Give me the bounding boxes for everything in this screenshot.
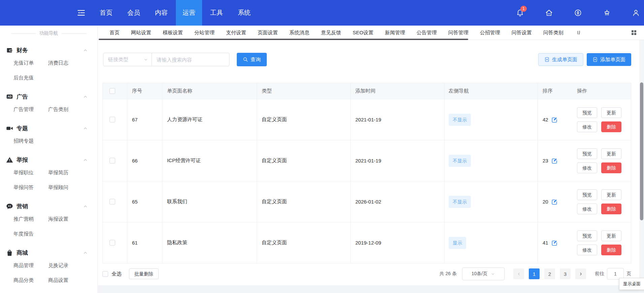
subnav-item[interactable]: 问答管理 [443,26,474,40]
select-all-header-checkbox[interactable] [109,88,115,94]
subnav-item[interactable]: 公招管理 [474,26,506,40]
sidebar-item[interactable]: 商品分类 [13,275,48,285]
update-button[interactable]: 更新 [601,230,621,241]
subnav-item[interactable]: 意见反馈 [315,26,347,40]
preview-button[interactable]: 预览 [577,107,597,118]
page-button[interactable]: 3 [560,268,571,279]
topbar-nav-item[interactable]: 运营 [176,0,202,26]
compass-button[interactable] [574,9,582,17]
row-checkbox[interactable] [109,158,115,163]
edit-button[interactable]: 修改 [577,245,597,255]
sidebar-item[interactable]: 商品设置 [48,275,97,285]
user-button[interactable] [632,9,640,17]
vertical-scrollbar-thumb[interactable] [640,82,643,220]
delete-button[interactable]: 删除 [601,162,621,173]
sidebar-item[interactable]: 充值订单 [13,58,48,68]
topbar-nav-item[interactable]: 系统 [231,0,257,26]
edit-sort-icon[interactable] [551,157,558,164]
page-button[interactable]: 1 [529,268,540,279]
update-button[interactable]: 更新 [601,189,621,200]
clear-cache-button[interactable] [603,9,611,17]
vertical-scrollbar[interactable] [639,40,644,293]
chevron-up-icon[interactable] [83,126,88,131]
topbar-nav-item[interactable]: 工具 [203,0,230,26]
row-checkbox[interactable] [109,117,115,122]
subnav-item[interactable]: 首页 [104,26,125,40]
subnav-item[interactable]: 问答类别 [538,26,569,40]
sidebar-section-header[interactable]: 财务 [0,45,97,55]
update-button[interactable]: 更新 [601,107,621,118]
sidebar-item[interactable]: 招聘专题 [13,136,48,146]
edit-button[interactable]: 修改 [577,204,597,214]
subnav-item[interactable]: 网站设置 [125,26,157,40]
sidebar-item[interactable]: 消费日志 [48,58,97,68]
sidebar-section-header[interactable]: 举报 [0,155,97,165]
sidebar-item[interactable]: 广告类别 [48,104,97,114]
sidebar-title-text: 功能导航 [39,30,58,36]
subnav-item[interactable]: 系统消息 [284,26,315,40]
link-type-select[interactable]: 链接类型 [103,53,152,66]
sidebar-item[interactable]: 举报简历 [48,168,97,178]
delete-button[interactable]: 删除 [601,245,621,255]
sidebar-section-header[interactable]: 营销 [0,201,97,211]
delete-button[interactable]: 删除 [601,121,621,132]
row-checkbox[interactable] [109,199,115,205]
menu-fold-icon[interactable] [77,8,86,17]
grid-menu-icon[interactable] [631,30,637,35]
chevron-up-icon[interactable] [83,157,88,162]
sidebar-item[interactable]: 商品管理 [13,260,48,270]
generate-page-button[interactable]: 生成单页面 [538,53,583,66]
next-page-button[interactable] [575,268,586,279]
subnav-item[interactable]: 页面设置 [252,26,284,40]
topbar-nav-item[interactable]: 首页 [93,0,119,26]
search-input[interactable] [152,53,229,66]
batch-delete-button[interactable]: 批量删除 [129,268,159,279]
preview-button[interactable]: 预览 [577,148,597,159]
preview-button[interactable]: 预览 [577,230,597,241]
edit-sort-icon[interactable] [551,116,558,123]
select-all-checkbox[interactable] [102,271,108,277]
chevron-up-icon[interactable] [83,48,88,53]
chevron-up-icon[interactable] [83,94,88,99]
subnav-item[interactable]: 支付设置 [220,26,252,40]
delete-button[interactable]: 删除 [601,204,621,214]
notifications-button[interactable]: 1 [516,9,524,17]
sidebar-item[interactable]: 广告管理 [13,104,48,114]
sidebar-item[interactable]: 举报顾问 [48,182,97,192]
subnav-item[interactable]: SEO设置 [347,26,379,40]
sidebar-section-header[interactable]: 专题 [0,123,97,133]
home-button[interactable] [545,9,553,17]
chevron-up-icon[interactable] [83,250,88,255]
sidebar-section-header[interactable]: 商城 [0,248,97,258]
sidebar-item[interactable]: 举报问答 [13,182,48,192]
select-all[interactable]: 全选 [102,271,122,277]
sidebar-item[interactable]: 后台充值 [13,73,48,83]
subnav-item-clipped[interactable] [577,30,581,35]
preview-button[interactable]: 预览 [577,189,597,200]
row-checkbox[interactable] [109,240,115,246]
edit-button[interactable]: 修改 [577,162,597,173]
page-size-select[interactable]: 10条/页 [462,267,505,280]
edit-sort-icon[interactable] [551,240,558,246]
add-page-button[interactable]: 添加单页面 [587,53,631,66]
sidebar-item[interactable]: 举报职位 [13,168,48,178]
update-button[interactable]: 更新 [601,148,621,159]
query-button[interactable]: 查询 [237,53,267,66]
sidebar-section-header[interactable]: AD 广告 [0,91,97,102]
subnav-item[interactable]: 问答设置 [506,26,538,40]
prev-page-button[interactable] [513,268,524,279]
topbar-nav-item[interactable]: 内容 [148,0,174,26]
subnav-item[interactable]: 公告管理 [411,26,443,40]
sidebar-item[interactable]: 年度报告 [13,229,48,239]
subnav-item[interactable]: 模板设置 [157,26,189,40]
chevron-up-icon[interactable] [83,204,88,209]
topbar-nav-item[interactable]: 会员 [121,0,147,26]
sidebar-item[interactable]: 推广营稍 [13,214,48,224]
sidebar-item[interactable]: 兑换记录 [48,260,97,270]
edit-button[interactable]: 修改 [577,121,597,132]
edit-sort-icon[interactable] [551,198,558,205]
subnav-item[interactable]: 分站管理 [189,26,220,40]
subnav-item[interactable]: 新闻管理 [379,26,411,40]
page-button[interactable]: 2 [544,268,555,279]
sidebar-item[interactable]: 海报设置 [48,214,97,224]
